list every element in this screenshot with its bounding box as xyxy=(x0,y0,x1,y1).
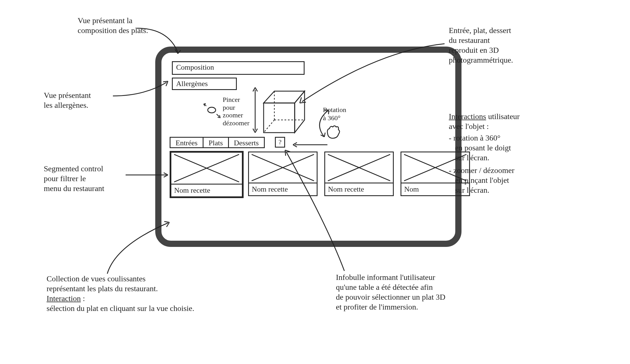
pinch-hint-line: zoomer xyxy=(223,111,250,119)
help-button[interactable]: ? xyxy=(275,137,285,148)
pinch-hint-line: Pincer xyxy=(223,96,250,104)
anno-text: en pinçant l'objet xyxy=(449,175,567,185)
anno-composition: Vue présentant la composition des plats. xyxy=(78,16,157,35)
segment-desserts[interactable]: Desserts xyxy=(229,138,264,147)
recipe-thumb-placeholder xyxy=(249,152,317,183)
recipe-thumb-placeholder xyxy=(325,152,393,183)
anno-text: Interaction : xyxy=(47,293,250,303)
anno-text: qu'une table a été détectée afin xyxy=(336,282,494,292)
anno-text-underline: Interaction xyxy=(47,294,81,303)
rotation-hint: Rotation à 360° xyxy=(323,106,346,122)
anno-interactions: Interactions utilisateur avec l'objet : … xyxy=(449,111,567,195)
composition-button[interactable]: Composition xyxy=(172,61,305,75)
anno-text: avec l'objet : xyxy=(449,121,567,131)
tablet-frame: Composition Allergènes Pincer pour zoome… xyxy=(155,47,461,247)
recipe-card-selected[interactable]: Nom recette xyxy=(170,151,244,198)
pinch-hint-line: dézoomer xyxy=(223,119,250,127)
anno-text: Interactions utilisateur xyxy=(449,111,567,121)
recipe-thumb-placeholder xyxy=(171,153,242,184)
anno-text: sur l'écran. xyxy=(449,153,567,163)
anno-text: - zoomer / dézoomer xyxy=(449,165,567,175)
anno-text: Entrée, plat, dessert xyxy=(449,25,553,35)
hand-touch-icon xyxy=(324,124,341,140)
anno-text: et profiter de l'immersion. xyxy=(336,302,494,312)
svg-line-4 xyxy=(264,120,274,133)
tablet-screen: Composition Allergènes Pincer pour zoome… xyxy=(168,58,449,236)
anno-text: photogrammétrique. xyxy=(449,55,553,65)
anno-text: sur l'écran. xyxy=(449,185,567,195)
anno-text-underline: Interactions xyxy=(449,112,486,121)
anno-collection: Collection de vues coulissantes représen… xyxy=(47,274,250,313)
anno-text: reproduit en 3D xyxy=(449,45,553,55)
segmented-control[interactable]: Entrées Plats Desserts xyxy=(170,137,265,148)
anno-text: Collection de vues coulissantes xyxy=(47,274,250,284)
recipe-card[interactable]: Nom recette xyxy=(324,152,394,196)
anno-text: Vue présentant xyxy=(44,90,117,100)
anno-text: représentant les plats du restaurant. xyxy=(47,284,250,293)
anno-text: Infobulle informant l'utilisateur xyxy=(336,272,494,282)
anno-text: menu du restaurant xyxy=(44,183,127,193)
anno-text: sélection du plat en cliquant sur la vue… xyxy=(47,303,250,313)
anno-3d: Entrée, plat, dessert du restaurant repr… xyxy=(449,25,553,65)
anno-text: utilisateur xyxy=(486,112,520,121)
rotation-hint-line: Rotation xyxy=(323,106,346,114)
anno-text: les allergènes. xyxy=(44,100,117,110)
anno-text: - rotation à 360° xyxy=(449,133,567,143)
allergenes-button[interactable]: Allergènes xyxy=(172,78,237,90)
pinch-hint: Pincer pour zoomer dézoomer xyxy=(223,96,250,127)
anno-text: pour filtrer le xyxy=(44,174,127,183)
recipe-caption: Nom recette xyxy=(249,183,317,195)
segment-plats[interactable]: Plats xyxy=(204,138,229,147)
anno-segmented: Segmented control pour filtrer le menu d… xyxy=(44,164,127,193)
anno-text: en posant le doigt xyxy=(449,143,567,153)
rotation-hint-line: à 360° xyxy=(323,114,346,122)
segment-entrees[interactable]: Entrées xyxy=(170,138,204,147)
pinch-icon xyxy=(204,103,220,119)
recipe-card[interactable]: Nom recette xyxy=(248,152,318,196)
recipe-caption: Nom recette xyxy=(325,183,393,195)
anno-text: du restaurant xyxy=(449,35,553,45)
anno-text: Vue présentant la composition des plats. xyxy=(78,16,148,35)
double-arrow-vertical-icon xyxy=(251,87,259,133)
recipe-caption: Nom recette xyxy=(171,184,242,196)
svg-point-0 xyxy=(208,107,216,113)
pinch-hint-line: pour xyxy=(223,104,250,112)
anno-text: : xyxy=(81,294,85,303)
anno-allergenes: Vue présentant les allergènes. xyxy=(44,90,117,110)
anno-text: Segmented control xyxy=(44,164,127,174)
cube-3d-icon[interactable] xyxy=(261,89,317,137)
anno-infobulle: Infobulle informant l'utilisateur qu'une… xyxy=(336,272,494,312)
anno-text: de pouvoir sélectionner un plat 3D xyxy=(336,292,494,302)
